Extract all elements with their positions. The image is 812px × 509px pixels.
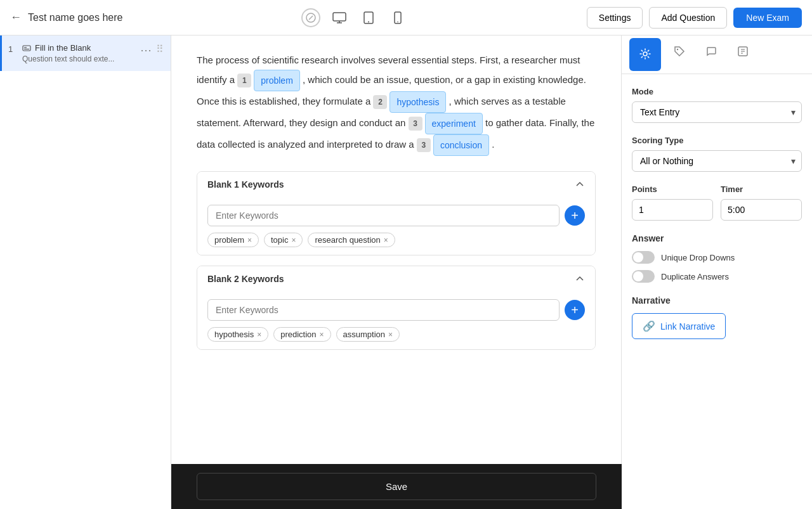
sidebar-item-preview: Question text should exte... bbox=[22, 55, 138, 63]
timer-label: Timer bbox=[721, 184, 802, 194]
right-panel-tabs bbox=[622, 35, 812, 74]
unique-drop-downs-toggle[interactable] bbox=[632, 251, 655, 264]
tag-assumption-remove[interactable]: × bbox=[388, 330, 393, 339]
media-icon[interactable] bbox=[301, 8, 320, 27]
tag-prediction: prediction × bbox=[273, 327, 331, 342]
blank-group-4: 3 conclusion bbox=[417, 134, 489, 156]
mode-label: Mode bbox=[632, 87, 802, 96]
blank1-title: Blank 1 Keywords bbox=[207, 179, 284, 190]
blank1-header[interactable]: Blank 1 Keywords bbox=[197, 172, 595, 197]
right-panel-body: Mode Text Entry Drop Down Word Bank ▾ Sc… bbox=[622, 74, 812, 352]
link-icon: 🔗 bbox=[643, 320, 655, 332]
tab-info[interactable] bbox=[727, 35, 759, 68]
chevron-up-icon-1 bbox=[575, 179, 585, 190]
duplicate-answers-knob bbox=[633, 271, 643, 281]
blank2-add-button[interactable]: + bbox=[565, 300, 585, 320]
mobile-icon[interactable] bbox=[388, 8, 408, 28]
save-button[interactable]: Save bbox=[197, 473, 596, 500]
blank1-body: + problem × topic × bbox=[197, 197, 595, 255]
blank-group-3: 3 experiment bbox=[409, 113, 483, 134]
topbar: ← Test name goes here bbox=[0, 0, 812, 35]
tag-tab-icon bbox=[673, 45, 686, 58]
content-column: The process of scientific research invol… bbox=[171, 35, 622, 509]
blank-group-2: 2 hypothesis bbox=[373, 91, 446, 113]
main-layout: 1 Fill in the Blank Question text should… bbox=[0, 35, 812, 509]
blank-word-3[interactable]: experiment bbox=[425, 113, 483, 134]
sidebar-item-content: Fill in the Blank Question text should e… bbox=[22, 43, 138, 63]
blank-number-4: 3 bbox=[417, 138, 431, 152]
blank1-keywords-block: Blank 1 Keywords + problem bbox=[197, 171, 596, 255]
timer-input[interactable] bbox=[721, 199, 802, 221]
sidebar-item-label: Fill in the Blank bbox=[22, 43, 138, 53]
add-question-button[interactable]: Add Question bbox=[649, 7, 727, 29]
info-tab-icon bbox=[737, 45, 749, 58]
tag-problem-remove[interactable]: × bbox=[247, 236, 252, 245]
blank-word-2[interactable]: hypothesis bbox=[390, 91, 446, 113]
blank-group-1: 1 problem bbox=[237, 70, 300, 91]
blank-word-4[interactable]: conclusion bbox=[433, 134, 489, 156]
unique-drop-downs-row: Unique Drop Downs bbox=[632, 251, 802, 264]
settings-button[interactable]: Settings bbox=[587, 7, 643, 29]
tag-topic: topic × bbox=[264, 233, 303, 247]
back-button[interactable]: ← bbox=[10, 11, 22, 24]
content-area: The process of scientific research invol… bbox=[171, 35, 622, 464]
blank2-keywords-block: Blank 2 Keywords + hypothesis bbox=[197, 266, 596, 350]
slash-circle-icon bbox=[306, 13, 316, 23]
narrative-section: Narrative 🔗 Link Narrative bbox=[632, 295, 802, 339]
monitor-icon bbox=[332, 12, 346, 23]
sidebar-item-1[interactable]: 1 Fill in the Blank Question text should… bbox=[0, 35, 171, 71]
tag-research-question-remove[interactable]: × bbox=[384, 236, 388, 245]
duplicate-answers-row: Duplicate Answers bbox=[632, 270, 802, 283]
tab-settings[interactable] bbox=[629, 38, 661, 71]
svg-point-12 bbox=[643, 52, 647, 56]
blank2-input-row: + bbox=[207, 299, 585, 321]
mode-select-wrapper: Text Entry Drop Down Word Bank ▾ bbox=[632, 101, 802, 123]
save-bar: Save bbox=[171, 464, 622, 509]
svg-point-8 bbox=[397, 21, 398, 22]
link-narrative-button[interactable]: 🔗 Link Narrative bbox=[632, 313, 726, 339]
tab-comments[interactable] bbox=[695, 35, 727, 68]
blank1-tags: problem × topic × research question × bbox=[207, 233, 585, 247]
blank2-header[interactable]: Blank 2 Keywords bbox=[197, 266, 595, 292]
unique-drop-downs-label: Unique Drop Downs bbox=[661, 253, 735, 262]
topbar-right: Settings Add Question New Exam bbox=[587, 7, 802, 29]
blank1-add-button[interactable]: + bbox=[565, 205, 585, 226]
svg-rect-2 bbox=[333, 13, 346, 21]
tag-prediction-remove[interactable]: × bbox=[320, 330, 324, 339]
points-timer-row: Points Timer bbox=[632, 184, 802, 221]
link-narrative-label: Link Narrative bbox=[660, 321, 715, 332]
tag-topic-remove[interactable]: × bbox=[291, 236, 296, 245]
tablet-device-icon bbox=[363, 11, 374, 24]
blank-word-1[interactable]: problem bbox=[254, 70, 300, 91]
svg-rect-9 bbox=[23, 46, 30, 51]
scoring-type-label: Scoring Type bbox=[632, 136, 802, 145]
blank1-input-row: + bbox=[207, 205, 585, 226]
tablet-icon[interactable] bbox=[358, 8, 379, 28]
unique-drop-downs-knob bbox=[633, 252, 643, 262]
blank-number-1: 1 bbox=[237, 74, 251, 87]
tag-hypothesis-remove[interactable]: × bbox=[257, 330, 261, 339]
points-input[interactable] bbox=[632, 199, 713, 221]
tag-hypothesis: hypothesis × bbox=[207, 327, 268, 342]
drag-handle[interactable]: ⠿ bbox=[155, 43, 164, 55]
timer-col: Timer bbox=[721, 184, 802, 221]
points-col: Points bbox=[632, 184, 713, 221]
tag-assumption: assumption × bbox=[336, 327, 400, 342]
blank2-body: + hypothesis × prediction × bbox=[197, 292, 595, 349]
sidebar: 1 Fill in the Blank Question text should… bbox=[0, 35, 171, 509]
sidebar-item-menu[interactable]: ⋯ bbox=[138, 43, 154, 57]
duplicate-answers-label: Duplicate Answers bbox=[661, 272, 729, 281]
blank1-input[interactable] bbox=[207, 205, 560, 226]
mode-select[interactable]: Text Entry Drop Down Word Bank bbox=[632, 101, 802, 123]
desktop-icon[interactable] bbox=[329, 8, 350, 28]
topbar-left: ← Test name goes here bbox=[10, 11, 122, 24]
settings-tab-icon bbox=[639, 48, 652, 60]
tab-tags[interactable] bbox=[664, 35, 695, 68]
new-exam-button[interactable]: New Exam bbox=[733, 8, 802, 28]
blank2-input[interactable] bbox=[207, 299, 560, 321]
duplicate-answers-toggle[interactable] bbox=[632, 270, 655, 283]
points-label: Points bbox=[632, 184, 713, 194]
tag-research-question: research question × bbox=[308, 233, 395, 247]
scoring-type-select[interactable]: All or Nothing Partial Credit bbox=[632, 150, 802, 172]
svg-point-6 bbox=[368, 21, 369, 22]
